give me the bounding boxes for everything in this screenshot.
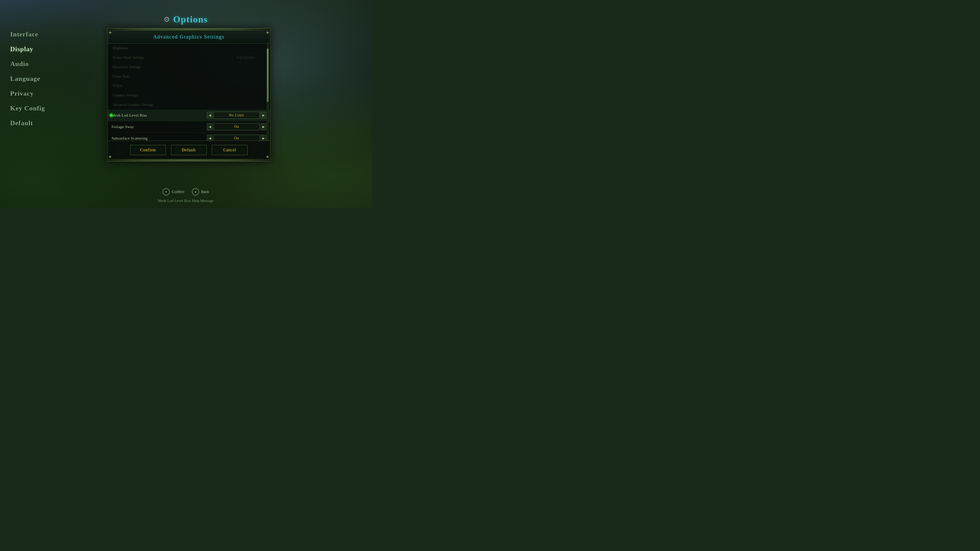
setting-label-mesh-lod: Mesh Lod Level Bias bbox=[111, 113, 147, 118]
setting-label-foliage-sway: Foliage Sway bbox=[111, 125, 134, 129]
sidebar-item-default[interactable]: Default bbox=[10, 119, 45, 127]
value-mesh-lod: No Limit bbox=[213, 112, 259, 119]
dialog-header: Advanced Graphics Settings bbox=[107, 30, 270, 44]
page-title-area: ⚙ Options bbox=[0, 14, 372, 25]
value-foliage-sway: On bbox=[213, 123, 259, 130]
settings-area: Brightness Screen Mode Settings Full Scr… bbox=[107, 44, 270, 141]
dimmed-framerate: Frame Rate bbox=[107, 72, 270, 81]
scrollbar-thumb[interactable] bbox=[267, 49, 269, 102]
sidebar-item-keyconfig[interactable]: Key Config bbox=[10, 105, 45, 112]
arrow-left-subsurface[interactable]: ◀ bbox=[207, 135, 213, 141]
setting-control-foliage-sway: ◀ On ▶ bbox=[207, 123, 266, 130]
corner-tl: ✦ bbox=[108, 29, 116, 37]
gear-icon: ⚙ bbox=[164, 15, 170, 24]
sidebar-item-interface[interactable]: Interface bbox=[10, 30, 45, 38]
selection-indicator bbox=[110, 114, 113, 117]
dimmed-vsync: V-Sync bbox=[107, 81, 270, 91]
back-hint-label: Back bbox=[201, 190, 209, 194]
setting-control-mesh-lod: ◀ No Limit ▶ bbox=[207, 112, 266, 119]
confirm-btn-icon: ✦ bbox=[162, 188, 170, 195]
panel-border-bottom bbox=[107, 159, 270, 161]
dimmed-graphics: Graphics Settings bbox=[107, 91, 270, 100]
corner-bl: ✦ bbox=[108, 153, 116, 161]
confirm-button[interactable]: Confirm bbox=[130, 145, 166, 155]
sidebar-item-display[interactable]: Display bbox=[10, 45, 45, 53]
confirm-hint-label: Confirm bbox=[172, 190, 184, 194]
arrow-left-foliage[interactable]: ◀ bbox=[207, 123, 213, 130]
dialog-buttons: Confirm Default Cancel bbox=[107, 141, 270, 159]
default-button[interactable]: Default bbox=[171, 145, 207, 155]
dimmed-brightness: Brightness bbox=[107, 44, 270, 53]
back-hint: ● Back bbox=[192, 188, 209, 195]
help-text: Mesh Lod Level Bias Help Message bbox=[0, 199, 372, 203]
corner-tr: ✦ bbox=[262, 29, 270, 37]
corner-br: ✦ bbox=[262, 153, 270, 161]
arrow-right-subsurface[interactable]: ▶ bbox=[261, 135, 266, 141]
arrow-right-mesh-lod[interactable]: ▶ bbox=[261, 112, 266, 119]
sidebar-item-privacy[interactable]: Privacy bbox=[10, 90, 45, 97]
dimmed-advanced: Advanced Graphics Settings bbox=[107, 100, 270, 110]
cancel-button[interactable]: Cancel bbox=[212, 145, 248, 155]
sidebar: Interface Display Audio Language Privacy… bbox=[10, 30, 45, 127]
page-title: Options bbox=[173, 14, 208, 25]
scrollbar-track[interactable] bbox=[267, 44, 269, 141]
back-btn-icon: ● bbox=[192, 188, 199, 195]
value-subsurface: On bbox=[213, 135, 259, 141]
dialog-title: Advanced Graphics Settings bbox=[153, 34, 224, 40]
arrow-left-mesh-lod[interactable]: ◀ bbox=[207, 112, 213, 119]
setting-row-subsurface[interactable]: Subsurface Scattering ◀ On ▶ bbox=[107, 133, 270, 141]
dimmed-resolution: Resolution Settings bbox=[107, 62, 270, 72]
settings-scroll[interactable]: Brightness Screen Mode Settings Full Scr… bbox=[107, 44, 270, 141]
controller-hints: ✦ Confirm ● Back bbox=[0, 188, 372, 195]
setting-control-subsurface: ◀ On ▶ bbox=[207, 135, 266, 141]
setting-row-mesh-lod[interactable]: Mesh Lod Level Bias ◀ No Limit ▶ bbox=[107, 110, 270, 121]
panel-border-top bbox=[107, 28, 270, 30]
arrow-right-foliage[interactable]: ▶ bbox=[261, 123, 266, 130]
sidebar-item-language[interactable]: Language bbox=[10, 75, 45, 83]
sidebar-item-audio[interactable]: Audio bbox=[10, 60, 45, 68]
setting-row-foliage-sway[interactable]: Foliage Sway ◀ On ▶ bbox=[107, 121, 270, 133]
confirm-hint: ✦ Confirm bbox=[162, 188, 184, 195]
dialog-panel: ✦ ✦ Advanced Graphics Settings Brightnes… bbox=[107, 28, 270, 162]
dimmed-screen-mode: Screen Mode Settings Full Screen bbox=[107, 53, 270, 62]
setting-label-subsurface: Subsurface Scattering bbox=[111, 136, 148, 141]
